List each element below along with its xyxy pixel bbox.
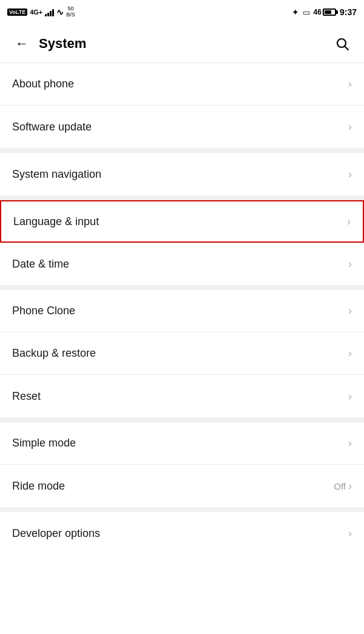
- chevron-icon: ›: [348, 527, 352, 540]
- signal-bar-2: [47, 13, 49, 16]
- simple-mode-label: Simple mode: [12, 437, 76, 450]
- system-navigation-right: ›: [348, 168, 352, 181]
- battery-icon: 46: [314, 8, 336, 16]
- menu-group-4: Phone Clone › Backup & restore › Reset ›: [0, 290, 364, 417]
- chevron-icon: ›: [348, 168, 352, 181]
- back-button[interactable]: ←: [10, 32, 34, 56]
- language-input-label: Language & input: [13, 215, 99, 228]
- search-button[interactable]: [330, 32, 354, 56]
- language-input-right: ›: [347, 215, 351, 228]
- about-phone-label: About phone: [12, 78, 74, 90]
- menu-group-2: System navigation ›: [0, 153, 364, 195]
- page-title: System: [34, 36, 330, 52]
- phone-clone-right: ›: [348, 305, 352, 317]
- volte-indicator: VoLTE: [7, 8, 27, 16]
- chevron-icon: ›: [348, 305, 352, 317]
- menu-item-backup-restore[interactable]: Backup & restore ›: [0, 332, 364, 375]
- menu-item-reset[interactable]: Reset ›: [0, 375, 364, 417]
- menu-divider-4: [0, 417, 364, 422]
- menu-item-language-input[interactable]: Language & input ›: [0, 200, 364, 243]
- software-update-right: ›: [348, 121, 352, 133]
- menu-divider-3: [0, 285, 364, 290]
- menu-item-about-phone[interactable]: About phone ›: [0, 63, 364, 106]
- chevron-icon: ›: [348, 78, 352, 90]
- chevron-icon: ›: [348, 390, 352, 403]
- ride-mode-right: Off ›: [334, 480, 352, 493]
- about-phone-right: ›: [348, 78, 352, 90]
- chevron-icon: ›: [348, 347, 352, 360]
- reset-label: Reset: [12, 390, 41, 403]
- back-arrow-icon: ←: [15, 36, 29, 52]
- chevron-icon: ›: [347, 215, 351, 228]
- simple-mode-right: ›: [348, 437, 352, 450]
- status-right: ✦ ▭ 46 9:37: [292, 7, 357, 17]
- menu-group-5: Simple mode › Ride mode Off ›: [0, 422, 364, 507]
- chevron-icon: ›: [348, 258, 352, 271]
- menu-item-software-update[interactable]: Software update ›: [0, 106, 364, 148]
- menu-divider-5: [0, 507, 364, 512]
- svg-line-1: [345, 46, 349, 50]
- reset-right: ›: [348, 390, 352, 403]
- menu-group-1: About phone › Software update ›: [0, 63, 364, 148]
- menu-item-ride-mode[interactable]: Ride mode Off ›: [0, 465, 364, 507]
- developer-options-right: ›: [348, 527, 352, 540]
- network-type: 4G+: [30, 8, 42, 16]
- signal-bar-1: [45, 14, 47, 16]
- signal-bar-3: [50, 11, 52, 16]
- menu-item-date-time[interactable]: Date & time ›: [0, 243, 364, 285]
- bluetooth-icon: ✦: [292, 7, 299, 17]
- time: 9:37: [340, 7, 357, 17]
- status-left: VoLTE 4G+ ∿ 50 B/S: [7, 6, 75, 18]
- software-update-label: Software update: [12, 121, 92, 133]
- header: ← System: [0, 24, 364, 63]
- chevron-icon: ›: [348, 121, 352, 133]
- wifi-icon: ∿: [56, 7, 64, 17]
- signal-bars: [45, 8, 54, 16]
- battery-fill: [325, 10, 331, 14]
- system-navigation-label: System navigation: [12, 168, 101, 181]
- chevron-icon: ›: [348, 437, 352, 450]
- chevron-icon: ›: [348, 480, 352, 493]
- menu-group-6: Developer options ›: [0, 512, 364, 555]
- date-time-label: Date & time: [12, 258, 69, 271]
- status-bar: VoLTE 4G+ ∿ 50 B/S ✦ ▭ 46 9:37: [0, 0, 364, 24]
- menu-item-phone-clone[interactable]: Phone Clone ›: [0, 290, 364, 332]
- menu-item-developer-options[interactable]: Developer options ›: [0, 512, 364, 555]
- developer-options-label: Developer options: [12, 527, 100, 540]
- battery-percent: 46: [314, 8, 322, 16]
- data-speed: 50 B/S: [66, 6, 75, 18]
- menu-divider-2: [0, 195, 364, 200]
- phone-clone-label: Phone Clone: [12, 305, 75, 317]
- ride-mode-value: Off: [334, 481, 346, 491]
- ride-mode-label: Ride mode: [12, 480, 65, 493]
- vibrate-icon: ▭: [303, 8, 310, 17]
- battery-outline: [323, 8, 336, 16]
- date-time-right: ›: [348, 258, 352, 271]
- menu-item-system-navigation[interactable]: System navigation ›: [0, 153, 364, 195]
- backup-restore-right: ›: [348, 347, 352, 360]
- menu-item-simple-mode[interactable]: Simple mode ›: [0, 422, 364, 465]
- menu-divider-1: [0, 148, 364, 153]
- signal-bar-4: [52, 9, 54, 16]
- backup-restore-label: Backup & restore: [12, 347, 96, 360]
- search-icon: [335, 36, 349, 51]
- menu-group-3: Language & input › Date & time ›: [0, 200, 364, 285]
